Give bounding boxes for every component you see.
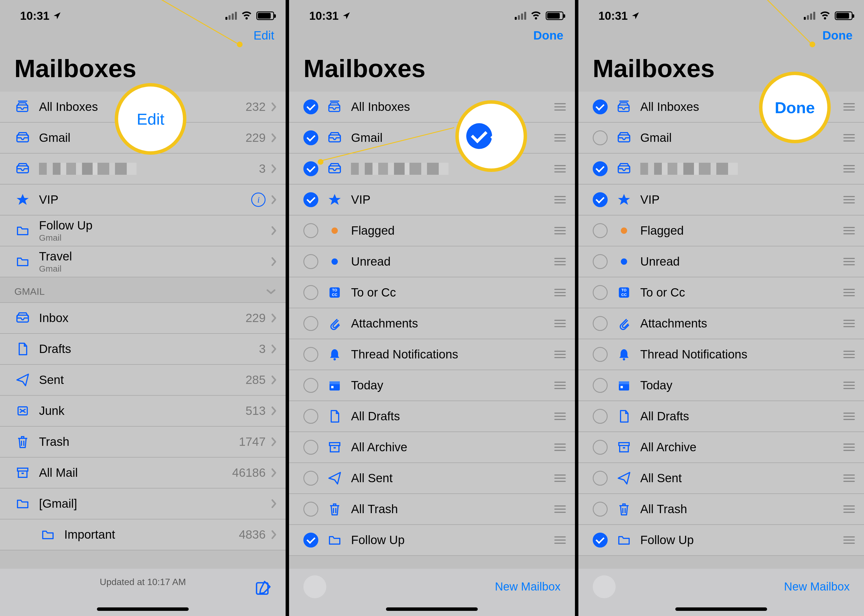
selection-checkbox[interactable] [303, 161, 318, 176]
reorder-handle[interactable] [843, 258, 855, 265]
reorder-handle[interactable] [843, 505, 855, 513]
edit-mailbox-row[interactable]: VIP [289, 184, 575, 215]
edit-mailbox-row[interactable]: To or Cc [579, 277, 864, 308]
reorder-handle[interactable] [843, 536, 855, 544]
reorder-handle[interactable] [554, 320, 566, 327]
selection-checkbox[interactable] [303, 471, 318, 486]
edit-mailbox-row[interactable]: All Inboxes [289, 92, 575, 123]
edit-mailbox-row[interactable]: All Trash [579, 494, 864, 525]
reorder-handle[interactable] [554, 165, 566, 173]
reorder-handle[interactable] [554, 103, 566, 111]
reorder-handle[interactable] [554, 196, 566, 203]
mailbox-row[interactable]: VIP i [0, 184, 285, 215]
selection-checkbox[interactable] [593, 316, 608, 331]
reorder-handle[interactable] [554, 289, 566, 296]
selection-checkbox[interactable] [303, 347, 318, 362]
edit-mailbox-row[interactable]: All Drafts [289, 401, 575, 432]
folder-row[interactable]: Trash 1747 [0, 427, 285, 457]
edit-mailbox-row[interactable]: Today [579, 370, 864, 401]
selection-checkbox[interactable] [303, 99, 318, 114]
section-header-gmail[interactable]: GMAIL [0, 277, 285, 303]
done-button[interactable]: Done [533, 29, 563, 42]
mailbox-row[interactable]: 3 [0, 154, 285, 184]
edit-mailbox-row[interactable]: Thread Notifications [579, 339, 864, 370]
new-mailbox-button[interactable]: New Mailbox [495, 580, 561, 593]
edit-mailbox-row[interactable]: VIP [579, 184, 864, 215]
reorder-handle[interactable] [843, 475, 855, 482]
new-mailbox-button[interactable]: New Mailbox [784, 580, 850, 593]
reorder-handle[interactable] [843, 165, 855, 173]
reorder-handle[interactable] [554, 227, 566, 234]
reorder-handle[interactable] [554, 258, 566, 265]
selection-checkbox[interactable] [303, 502, 318, 517]
selection-checkbox[interactable] [593, 471, 608, 486]
selection-checkbox[interactable] [303, 533, 318, 547]
edit-mailbox-row[interactable]: Flagged [579, 215, 864, 247]
edit-mailbox-row[interactable]: To or Cc [289, 277, 575, 308]
selection-checkbox[interactable] [593, 440, 608, 455]
selection-checkbox[interactable] [303, 254, 318, 269]
reorder-handle[interactable] [843, 382, 855, 389]
folder-row[interactable]: Important 4836 [0, 519, 285, 550]
edit-mailbox-row[interactable]: All Sent [579, 463, 864, 494]
edit-mailbox-row[interactable]: Attachments [289, 308, 575, 339]
reorder-handle[interactable] [554, 382, 566, 389]
selection-checkbox[interactable] [303, 192, 318, 207]
edit-mailbox-row[interactable]: Gmail [289, 123, 575, 154]
reorder-handle[interactable] [843, 289, 855, 296]
reorder-handle[interactable] [554, 475, 566, 482]
reorder-handle[interactable] [843, 413, 855, 420]
reorder-handle[interactable] [843, 443, 855, 451]
edit-mailbox-row[interactable]: Unread [289, 247, 575, 277]
reorder-handle[interactable] [843, 134, 855, 141]
reorder-handle[interactable] [843, 227, 855, 234]
selection-checkbox[interactable] [593, 192, 608, 207]
reorder-handle[interactable] [554, 536, 566, 544]
done-button[interactable]: Done [822, 29, 853, 42]
folder-row[interactable]: Junk 513 [0, 396, 285, 427]
reorder-handle[interactable] [843, 351, 855, 358]
selection-checkbox[interactable] [303, 409, 318, 424]
folder-row[interactable]: [Gmail] [0, 489, 285, 519]
edit-mailbox-row[interactable]: Follow Up [289, 525, 575, 556]
reorder-handle[interactable] [554, 413, 566, 420]
reorder-handle[interactable] [843, 196, 855, 203]
reorder-handle[interactable] [554, 505, 566, 513]
selection-checkbox[interactable] [593, 347, 608, 362]
reorder-handle[interactable] [843, 320, 855, 327]
selection-checkbox[interactable] [593, 378, 608, 393]
info-button[interactable]: i [251, 193, 265, 207]
edit-mailbox-row[interactable]: Unread [579, 247, 864, 277]
edit-mailbox-row[interactable]: Attachments [579, 308, 864, 339]
selection-checkbox[interactable] [593, 409, 608, 424]
selection-checkbox[interactable] [303, 378, 318, 393]
reorder-handle[interactable] [843, 103, 855, 111]
edit-mailbox-row[interactable]: All Sent [289, 463, 575, 494]
folder-row[interactable]: Drafts 3 [0, 334, 285, 365]
selection-checkbox[interactable] [593, 130, 608, 145]
reorder-handle[interactable] [554, 351, 566, 358]
selection-checkbox[interactable] [593, 533, 608, 547]
selection-checkbox[interactable] [303, 130, 318, 145]
selection-checkbox[interactable] [593, 254, 608, 269]
edit-mailbox-row[interactable]: Today [289, 370, 575, 401]
edit-mailbox-row[interactable]: Flagged [289, 215, 575, 247]
reorder-handle[interactable] [554, 443, 566, 451]
reorder-handle[interactable] [554, 134, 566, 141]
selection-checkbox[interactable] [593, 161, 608, 176]
selection-checkbox[interactable] [593, 502, 608, 517]
selection-checkbox[interactable] [593, 285, 608, 300]
selection-checkbox[interactable] [593, 99, 608, 114]
folder-row[interactable]: All Mail 46186 [0, 457, 285, 489]
edit-mailbox-row[interactable] [579, 154, 864, 184]
selection-checkbox[interactable] [593, 223, 608, 238]
selection-checkbox[interactable] [303, 440, 318, 455]
mailbox-row[interactable]: Follow UpGmail [0, 215, 285, 247]
edit-button[interactable]: Edit [254, 29, 274, 42]
folder-row[interactable]: Sent 285 [0, 365, 285, 396]
edit-mailbox-row[interactable]: All Trash [289, 494, 575, 525]
edit-mailbox-row[interactable]: Thread Notifications [289, 339, 575, 370]
mailbox-row[interactable]: TravelGmail [0, 247, 285, 277]
selection-checkbox[interactable] [303, 316, 318, 331]
edit-mailbox-row[interactable]: All Archive [289, 432, 575, 463]
